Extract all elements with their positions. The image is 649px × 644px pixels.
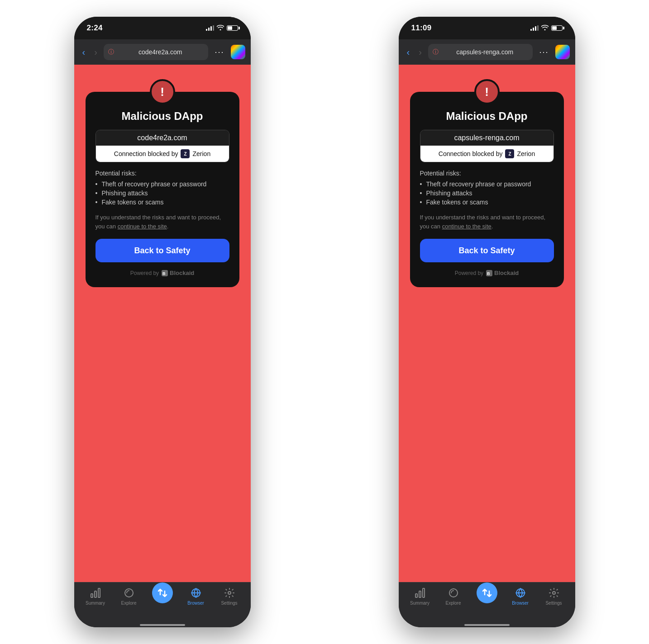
left-back-btn[interactable]: ‹ (80, 45, 88, 59)
svg-text:B: B (487, 271, 490, 276)
right-summary-icon (414, 587, 426, 599)
left-domain-box: code4re2a.com Connection blocked by Z Ze… (95, 130, 229, 162)
right-warning-icon: ! (474, 79, 500, 104)
svg-rect-3 (95, 591, 96, 597)
left-battery-icon (227, 25, 238, 31)
right-swap-circle (477, 582, 497, 603)
left-url-bar[interactable]: ⓘ code4re2a.com (104, 44, 209, 60)
right-forward-btn[interactable]: › (416, 45, 425, 59)
left-signal-icon (206, 25, 214, 31)
right-zerion-logo: Z (505, 149, 514, 158)
right-domain-box: capsules-renga.com Connection blocked by… (420, 130, 554, 162)
right-card-title: Malicious DApp (420, 110, 554, 123)
right-tab-bar: Summary Explore (399, 582, 575, 623)
left-blockaid-logo: B Blockaid (162, 270, 194, 276)
right-zerion-label: Zerion (517, 150, 535, 157)
left-proceed-link[interactable]: continue to the site (118, 223, 167, 230)
right-wifi-icon (541, 24, 549, 32)
list-item: Phishing attacks (420, 189, 554, 198)
left-status-icons (206, 24, 238, 32)
left-blocked-by: Connection blocked by Z Zerion (96, 146, 229, 162)
left-swap-circle (152, 582, 173, 603)
right-signal-icon (530, 25, 539, 31)
left-zerion-label: Zerion (192, 150, 210, 157)
right-powered-by: Powered by B Blockaid (420, 270, 554, 276)
right-tab-summary[interactable]: Summary (406, 587, 434, 606)
right-phone: 11:09 ‹ › (399, 17, 575, 627)
left-back-safety-button[interactable]: Back to Safety (95, 239, 229, 262)
list-item: Theft of recovery phrase or password (420, 180, 554, 189)
left-tab-explore[interactable]: Explore (115, 587, 143, 606)
right-tab-summary-label: Summary (410, 601, 429, 606)
right-tab-explore[interactable]: Explore (440, 587, 467, 606)
svg-rect-10 (415, 594, 417, 597)
right-settings-icon (548, 587, 560, 599)
left-tab-summary[interactable]: Summary (82, 587, 109, 606)
right-tab-browser-label: Browser (512, 601, 529, 606)
right-tab-swap[interactable] (473, 587, 501, 603)
list-item: Phishing attacks (95, 189, 229, 198)
left-tab-summary-label: Summary (86, 601, 105, 606)
left-explore-icon (123, 587, 135, 599)
svg-text:B: B (162, 271, 166, 276)
right-url-text: capsules-renga.com (441, 48, 529, 56)
svg-point-13 (449, 589, 458, 597)
left-favicon (231, 45, 245, 59)
right-back-btn[interactable]: ‹ (404, 45, 413, 59)
left-domain-name: code4re2a.com (96, 130, 229, 146)
right-tab-explore-label: Explore (446, 601, 461, 606)
left-risks-list: Theft of recovery phrase or password Phi… (95, 180, 229, 207)
right-browser-content: ! Malicious DApp capsules-renga.com Conn… (399, 65, 575, 582)
left-tab-settings-label: Settings (221, 601, 237, 606)
right-risks-title: Potential risks: (420, 170, 554, 177)
left-status-time: 2:24 (87, 24, 103, 33)
svg-rect-11 (419, 591, 421, 597)
right-phone-wrapper: 11:09 ‹ › (324, 0, 649, 644)
right-tab-browser[interactable]: Browser (507, 587, 534, 606)
right-explore-icon (448, 587, 459, 599)
left-tab-settings[interactable]: Settings (216, 587, 243, 606)
left-tab-swap[interactable] (149, 587, 176, 603)
svg-point-5 (125, 589, 133, 597)
right-more-btn[interactable]: ··· (536, 46, 551, 59)
right-proceed-link[interactable]: continue to the site (442, 223, 492, 230)
left-browser-content: ! Malicious DApp code4re2a.com Connectio… (74, 65, 251, 582)
svg-rect-12 (423, 588, 425, 597)
left-warning-icon: ! (150, 79, 175, 104)
left-zerion-logo: Z (181, 149, 190, 158)
left-forward-btn[interactable]: › (91, 45, 100, 59)
left-url-text: code4re2a.com (117, 48, 204, 56)
svg-point-7 (228, 592, 231, 594)
left-status-bar: 2:24 (74, 17, 251, 39)
list-item: Fake tokens or scams (420, 198, 554, 207)
list-item: Theft of recovery phrase or password (95, 180, 229, 189)
svg-rect-4 (98, 588, 100, 597)
list-item: Fake tokens or scams (95, 198, 229, 207)
right-status-icons (530, 24, 563, 32)
left-phone-wrapper: 2:24 ‹ › (0, 0, 324, 644)
right-favicon (555, 45, 570, 59)
left-powered-by: Powered by B Blockaid (95, 270, 229, 276)
right-url-bar[interactable]: ⓘ capsules-renga.com (428, 44, 533, 60)
left-tab-browser[interactable]: Browser (182, 587, 210, 606)
right-battery-icon (551, 25, 563, 31)
left-url-warning-icon: ⓘ (108, 48, 114, 56)
left-card-title: Malicious DApp (95, 110, 229, 123)
left-settings-icon (224, 587, 235, 599)
left-proceed-text: If you understand the risks and want to … (95, 213, 229, 231)
right-back-safety-button[interactable]: Back to Safety (420, 239, 554, 262)
left-phone: 2:24 ‹ › (74, 17, 251, 627)
left-tab-explore-label: Explore (121, 601, 137, 606)
right-warning-card: ! Malicious DApp capsules-renga.com Conn… (410, 92, 564, 287)
svg-rect-2 (91, 594, 93, 597)
right-status-time: 11:09 (411, 24, 432, 33)
left-more-btn[interactable]: ··· (212, 46, 227, 59)
right-url-warning-icon: ⓘ (433, 48, 439, 56)
left-home-indicator (74, 623, 251, 627)
left-browser-toolbar: ‹ › ⓘ code4re2a.com ··· (74, 39, 251, 65)
right-blocked-by: Connection blocked by Z Zerion (420, 146, 554, 162)
right-tab-settings-label: Settings (545, 601, 562, 606)
right-browser-icon (515, 587, 526, 599)
right-tab-settings[interactable]: Settings (540, 587, 568, 606)
left-wifi-icon (217, 24, 224, 32)
